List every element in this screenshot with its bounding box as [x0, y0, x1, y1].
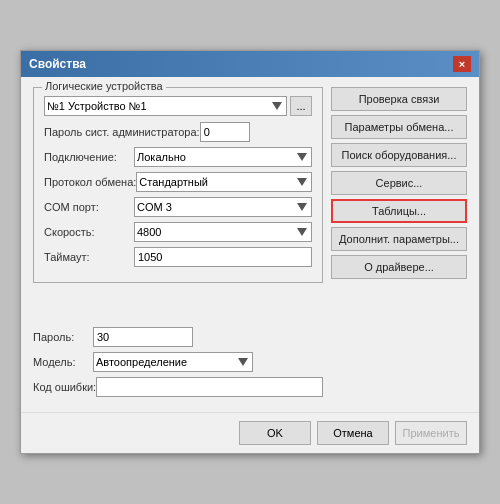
select-model[interactable]: Автоопределение [93, 352, 253, 372]
btn-about-driver[interactable]: О драйвере... [331, 255, 467, 279]
label-model: Модель: [33, 356, 93, 368]
group-box-title: Логические устройства [42, 80, 166, 92]
form-row-com: COM порт: COM 3 [44, 197, 312, 217]
right-panel: Проверка связи Параметры обмена... Поиск… [331, 87, 467, 402]
form-row-protocol: Протокол обмена: Стандартный [44, 172, 312, 192]
btn-service[interactable]: Сервис... [331, 171, 467, 195]
dots-button[interactable]: ... [290, 96, 312, 116]
device-row: №1 Устройство №1 ... [44, 96, 312, 116]
logical-devices-group: Логические устройства №1 Устройство №1 .… [33, 87, 323, 283]
input-password[interactable] [93, 327, 193, 347]
input-timeout[interactable] [134, 247, 312, 267]
left-panel: Логические устройства №1 Устройство №1 .… [33, 87, 323, 402]
label-protocol: Протокол обмена: [44, 176, 136, 188]
ok-button[interactable]: OK [239, 421, 311, 445]
label-timeout: Таймаут: [44, 251, 134, 263]
btn-additional-params[interactable]: Дополнит. параметры... [331, 227, 467, 251]
btn-exchange-params[interactable]: Параметры обмена... [331, 115, 467, 139]
device-select[interactable]: №1 Устройство №1 [44, 96, 287, 116]
bottom-section: Пароль: Модель: Автоопределение Код ошиб… [33, 327, 323, 397]
label-com-port: COM порт: [44, 201, 134, 213]
btn-tables[interactable]: Таблицы... [331, 199, 467, 223]
select-speed[interactable]: 4800 [134, 222, 312, 242]
form-row-timeout: Таймаут: [44, 247, 312, 267]
window-title: Свойства [29, 57, 86, 71]
bottom-row-error: Код ошибки: [33, 377, 323, 397]
input-password-admin[interactable] [200, 122, 250, 142]
footer: OK Отмена Применить [21, 412, 479, 453]
bottom-row-model: Модель: Автоопределение [33, 352, 323, 372]
label-password-admin: Пароль сист. администратора: [44, 126, 200, 138]
btn-search-equipment[interactable]: Поиск оборудования... [331, 143, 467, 167]
title-bar: Свойства × [21, 51, 479, 77]
label-password: Пароль: [33, 331, 93, 343]
properties-dialog: Свойства × Логические устройства №1 Устр… [20, 50, 480, 454]
label-connection: Подключение: [44, 151, 134, 163]
close-button[interactable]: × [453, 56, 471, 72]
window-body: Логические устройства №1 Устройство №1 .… [21, 77, 479, 412]
btn-check-connection[interactable]: Проверка связи [331, 87, 467, 111]
select-protocol[interactable]: Стандартный [136, 172, 312, 192]
bottom-row-password: Пароль: [33, 327, 323, 347]
apply-button[interactable]: Применить [395, 421, 467, 445]
input-error-code[interactable] [96, 377, 323, 397]
form-row-speed: Скорость: 4800 [44, 222, 312, 242]
label-speed: Скорость: [44, 226, 134, 238]
select-connection[interactable]: Локально [134, 147, 312, 167]
select-com-port[interactable]: COM 3 [134, 197, 312, 217]
form-row-connection: Подключение: Локально [44, 147, 312, 167]
spacer [33, 293, 323, 323]
cancel-button[interactable]: Отмена [317, 421, 389, 445]
form-row-password: Пароль сист. администратора: [44, 122, 312, 142]
label-error-code: Код ошибки: [33, 381, 96, 393]
main-content: Логические устройства №1 Устройство №1 .… [33, 87, 467, 402]
